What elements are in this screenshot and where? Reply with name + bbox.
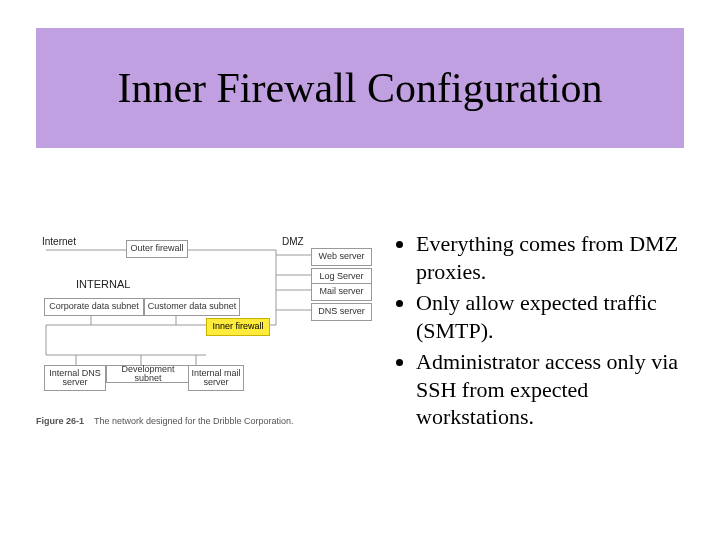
node-web-server: Web server xyxy=(311,248,372,266)
caption-text: The network designed for the Dribble Cor… xyxy=(94,416,294,426)
node-corporate-subnet: Corporate data subnet xyxy=(44,298,144,316)
node-development-subnet: Development subnet xyxy=(106,365,190,383)
title-band: Inner Firewall Configuration xyxy=(36,28,684,148)
slide-title: Inner Firewall Configuration xyxy=(117,64,602,112)
network-diagram: Internet DMZ INTERNAL Outer firewall Web… xyxy=(36,230,376,410)
node-mail-server: Mail server xyxy=(311,283,372,301)
list-item: Administrator access only via SSH from e… xyxy=(416,348,684,431)
node-outer-firewall: Outer firewall xyxy=(126,240,188,258)
label-internal: INTERNAL xyxy=(76,278,130,290)
slide: Inner Firewall Configuration xyxy=(0,0,720,540)
label-dmz: DMZ xyxy=(282,236,304,247)
bullets-column: Everything comes from DMZ proxies. Only … xyxy=(396,230,684,435)
list-item: Everything comes from DMZ proxies. xyxy=(416,230,684,285)
node-internal-mail: Internal mail server xyxy=(188,365,244,391)
node-inner-firewall: Inner firewall xyxy=(206,318,270,336)
node-dns-server: DNS server xyxy=(311,303,372,321)
list-item: Only allow expected traffic (SMTP). xyxy=(416,289,684,344)
diagram-column: Internet DMZ INTERNAL Outer firewall Web… xyxy=(36,230,376,426)
diagram-caption: Figure 26-1 The network designed for the… xyxy=(36,416,376,426)
caption-label: Figure 26-1 xyxy=(36,416,84,426)
node-internal-dns: Internal DNS server xyxy=(44,365,106,391)
label-internet: Internet xyxy=(42,236,76,247)
bullet-list: Everything comes from DMZ proxies. Only … xyxy=(396,230,684,431)
body-area: Internet DMZ INTERNAL Outer firewall Web… xyxy=(36,230,684,435)
node-customer-subnet: Customer data subnet xyxy=(144,298,240,316)
